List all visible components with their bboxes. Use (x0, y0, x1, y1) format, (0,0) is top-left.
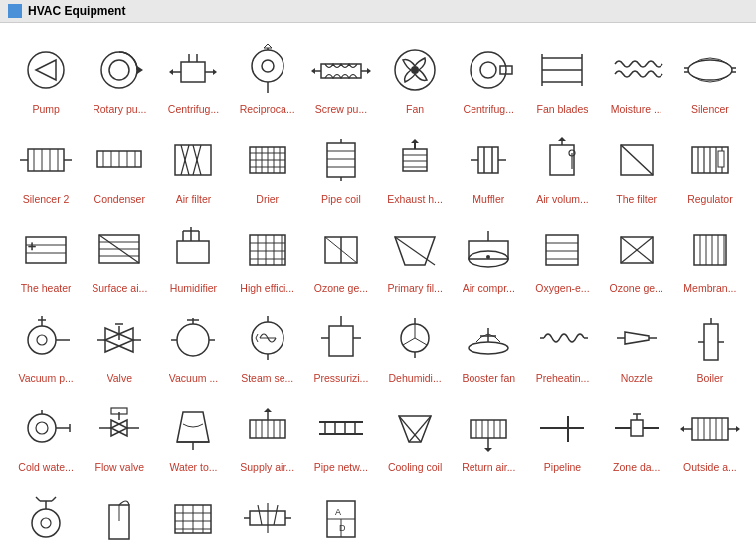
item-cooling-coil[interactable]: Cooling coil (379, 391, 451, 478)
label-membrane: Membran... (683, 282, 736, 294)
item-drier[interactable]: Drier (232, 122, 303, 210)
label-humidifier: Humidifier (170, 282, 217, 294)
svg-point-28 (688, 60, 732, 80)
item-pipe-coil[interactable]: Pipe coil (305, 122, 377, 210)
label-preheating: Preheatin... (536, 372, 590, 384)
item-steam-separator[interactable]: Steam se... (232, 301, 303, 389)
label-air-volume: Air volum... (536, 193, 589, 205)
item-axial-fan[interactable]: Axia fan (232, 480, 303, 550)
label-zone-damper: Zone da... (613, 461, 660, 473)
label-oxygen-enrichment: Oxygen-e... (535, 282, 589, 294)
label-water-tower: Water to... (169, 461, 217, 473)
item-centrifugal[interactable]: Centrifug... (157, 33, 229, 120)
item-screw-pump[interactable]: Screw pu... (305, 33, 377, 120)
item-vacuum-pump[interactable]: Vacuum p... (10, 301, 82, 389)
item-pump[interactable]: Pump (10, 33, 82, 120)
item-air-compressor[interactable]: Air compr... (453, 212, 524, 299)
svg-point-139 (37, 335, 47, 345)
item-valve[interactable]: Valve (84, 301, 155, 389)
item-regulator[interactable]: Regulator (674, 122, 746, 210)
item-flow-valve[interactable]: Flow valve (84, 391, 155, 478)
label-rotary-pump: Rotary pu... (93, 103, 146, 115)
label-air-compressor: Air compr... (463, 282, 515, 294)
item-fan[interactable]: Fan (379, 33, 451, 120)
svg-rect-67 (403, 149, 427, 171)
label-the-heater: The heater (21, 282, 72, 294)
svg-point-185 (36, 422, 48, 434)
item-boiler[interactable]: Boiler (674, 301, 746, 389)
item-dehumidifier[interactable]: Dehumidi... (379, 301, 451, 389)
svg-line-243 (36, 497, 40, 501)
label-boiler: Boiler (696, 372, 723, 384)
item-reciprocating[interactable]: Reciproca... (232, 33, 303, 120)
item-primary-filter[interactable]: Primary fil... (379, 212, 451, 299)
item-the-heater[interactable]: + The heater (10, 212, 82, 299)
item-pipe-network[interactable]: Pipe netw... (305, 391, 377, 478)
item-nozzle[interactable]: Nozzle (601, 301, 672, 389)
svg-marker-84 (621, 145, 653, 175)
label-reciprocating: Reciproca... (240, 103, 295, 115)
item-supply-air[interactable]: Supply air... (232, 391, 303, 478)
item-pressurization[interactable]: Pressurizi... (305, 301, 377, 389)
label-vacuum-motor: Vacuum ... (169, 372, 218, 384)
item-fan-blades[interactable]: Fan blades (526, 33, 598, 120)
label-primary-filter: Primary fil... (387, 282, 442, 294)
label-supply-air: Supply air... (240, 461, 294, 473)
svg-line-168 (415, 338, 427, 345)
svg-point-184 (28, 414, 56, 442)
item-water-tower[interactable]: Water to... (157, 391, 229, 478)
item-centrifugal-fan[interactable]: Centrifug... (453, 33, 524, 120)
label-steam-separator: Steam se... (241, 372, 293, 384)
item-chiller[interactable]: Chiller (157, 480, 229, 550)
item-zone-damper[interactable]: Zone da... (601, 391, 672, 478)
item-muffler[interactable]: Muffler (453, 122, 524, 210)
item-humidifier[interactable]: Humidifier (157, 212, 229, 299)
svg-rect-78 (550, 145, 574, 175)
item-membrane[interactable]: Membran... (674, 212, 746, 299)
item-ventilator[interactable]: Ventilator (10, 480, 82, 550)
item-high-efficiency[interactable]: High effici... (232, 212, 303, 299)
item-rotary-pump[interactable]: Rotary pu... (84, 33, 155, 120)
item-silencer[interactable]: Silencer (674, 33, 746, 120)
label-fan: Fan (406, 103, 424, 115)
item-oxygen-enrichment[interactable]: Oxygen-e... (526, 212, 598, 299)
item-air-volume[interactable]: Air volum... (526, 122, 598, 210)
item-booster-fan[interactable]: Booster fan (453, 301, 524, 389)
svg-line-161 (256, 338, 258, 342)
label-pipe-network: Pipe netw... (314, 461, 368, 473)
item-silencer2[interactable]: Silencer 2 (10, 122, 82, 210)
svg-marker-82 (558, 137, 566, 141)
label-regulator: Regulator (687, 193, 733, 205)
svg-marker-237 (680, 426, 684, 432)
svg-line-117 (325, 237, 341, 250)
svg-line-212 (399, 416, 421, 442)
label-dehumidifier: Dehumidi... (389, 372, 442, 384)
label-outside-air: Outside a... (683, 461, 737, 473)
item-the-filter[interactable]: The filter (601, 122, 672, 210)
item-condenser[interactable]: Condenser (84, 122, 155, 210)
item-exhaust-hood[interactable]: Exhaust h... (379, 122, 451, 210)
svg-line-213 (409, 416, 431, 442)
item-vacuum-motor[interactable]: Vacuum ... (157, 301, 229, 389)
svg-rect-5 (181, 62, 205, 82)
item-ozone-gen2[interactable]: Ozone ge... (601, 212, 672, 299)
svg-line-258 (274, 505, 278, 525)
item-air-filter[interactable]: Air filter (157, 122, 229, 210)
item-return-air[interactable]: Return air... (453, 391, 524, 478)
icon-grid: Pump Rotary pu... Centrif (0, 23, 756, 550)
svg-rect-91 (718, 151, 724, 167)
item-pipeline[interactable]: Pipeline (526, 391, 598, 478)
svg-point-138 (28, 326, 56, 354)
label-ozone-gen2: Ozone ge... (610, 282, 663, 294)
item-outside-air[interactable]: Outside a... (674, 391, 746, 478)
svg-marker-211 (399, 416, 431, 442)
label-valve: Valve (107, 372, 133, 384)
item-preheating[interactable]: Preheatin... (526, 301, 598, 389)
item-refrigerator[interactable]: Refrigera... (84, 480, 155, 550)
item-access-door[interactable]: A D Access d... (305, 480, 377, 550)
item-cold-water[interactable]: Cold wate... (10, 391, 82, 478)
svg-marker-72 (411, 139, 419, 143)
item-moisture[interactable]: Moisture ... (601, 33, 672, 120)
item-surface-air[interactable]: Surface ai... (84, 212, 155, 299)
item-ozone-gen1[interactable]: Ozone ge... (305, 212, 377, 299)
